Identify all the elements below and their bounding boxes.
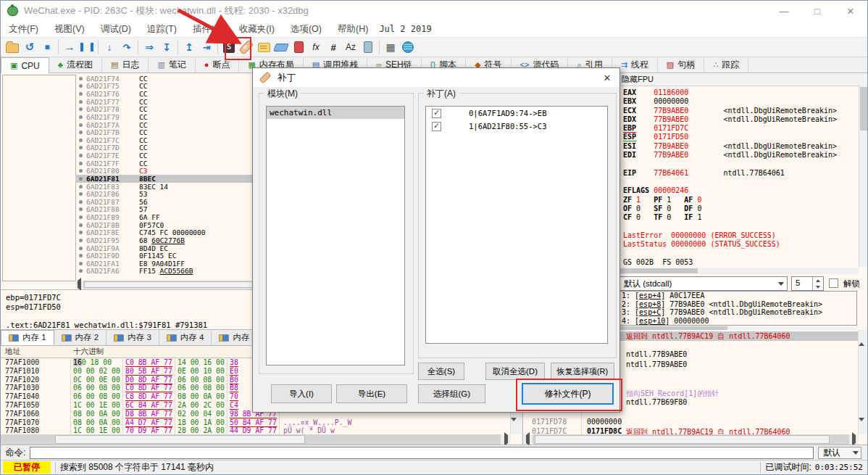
register-row[interactable] [623,249,856,257]
menu-item-0[interactable]: 文件(F) [1,21,46,37]
breakpoint-dot[interactable] [79,115,83,119]
menu-item-7[interactable]: 帮助(H) [330,21,376,37]
menu-item-6[interactable]: 选项(O) [283,21,330,37]
calling-convention-select[interactable]: 默认 (stdcall) [619,276,788,291]
menu-item-1[interactable]: 视图(V) [46,21,93,37]
breakpoint-dot[interactable] [79,77,83,80]
scrollbar-thumb[interactable] [619,326,727,330]
breakpoint-dot[interactable] [79,123,83,127]
patch-icon[interactable] [238,38,255,56]
pause-icon[interactable] [78,38,96,56]
breakpoint-dot[interactable] [79,254,83,257]
register-row[interactable]: ESP 0171FD50 [623,133,856,141]
register-row[interactable] [623,160,856,168]
stack-row[interactable]: 0171FD7800000000 [523,418,858,427]
stack-row[interactable]: 0171FD7C0171FD8C返回到 ntdll.77B9AC19 自 ntd… [523,427,858,434]
execute-till-return-icon[interactable]: ↥ [180,38,198,56]
step-into-source-icon[interactable]: ↧ [158,38,175,56]
breakpoint-dot[interactable] [79,92,83,96]
breakpoint-dot[interactable] [79,262,83,265]
stack-vscrollbar[interactable] [858,330,868,434]
register-row[interactable]: EBP 0171FD7C [623,124,856,133]
breakpoint-dot[interactable] [79,223,83,227]
patch-list[interactable]: 0|6A7F1AD9:74->EB1|6AD21F80:55->C3 [425,106,608,344]
register-row[interactable]: CF 0 TF 0 IF 1 [623,213,856,222]
menu-item-4[interactable]: 插件(P) [185,21,231,37]
function-icon[interactable]: fx [307,38,325,56]
scrollbar-thumb[interactable] [55,435,305,444]
scrollbar-thumb[interactable] [618,268,698,273]
scroll-left-icon[interactable] [75,281,83,289]
breakpoint-dot[interactable] [79,139,83,142]
argument-row[interactable]: 4: [esp+10] 00000000 [619,317,856,326]
comment-icon[interactable] [255,38,272,56]
restore-selection-button[interactable]: 恢复选择项(R) [551,363,614,380]
stack-hscrollbar[interactable] [523,434,859,445]
dump-tab-内存 1[interactable]: 内存 1 [1,330,54,345]
module-list[interactable]: wechatwin.dll [266,106,405,365]
breakpoint-dot[interactable] [79,107,83,111]
menu-item-3[interactable]: 追踪(T) [139,21,185,37]
patch-checkbox[interactable] [432,109,441,118]
scroll-right-icon[interactable] [501,434,511,445]
unlock-checkbox[interactable] [829,278,838,288]
register-row[interactable]: EDI 77B9ABE0 <ntdll.DbgUiRemoteBreakin> [623,151,856,160]
close-button[interactable]: ✕ [834,1,867,21]
maximize-button[interactable]: □ [801,1,834,21]
hash-icon[interactable]: # [325,38,342,56]
breakpoint-dot[interactable] [79,185,83,189]
patch-list-item[interactable]: 1|6AD21F80:55->C3 [426,120,607,133]
step-over-icon[interactable]: ↷ [118,38,135,56]
step-into-icon[interactable]: ↓ [101,38,118,56]
breakpoint-dot[interactable] [79,177,83,181]
register-row[interactable]: ZF 1 PF 1 AF 0 [623,196,856,205]
breakpoint-dot[interactable] [79,231,83,234]
attach-icon[interactable]: ⇥ [198,38,215,56]
tab-日志[interactable]: ▤日志 [102,57,149,73]
register-row[interactable] [623,178,856,186]
argument-row[interactable]: 2: [esp+8] 77B9ABE0 <ntdll.DbgUiRemoteBr… [619,300,856,309]
breakpoint-dot[interactable] [79,239,83,242]
tab-流程图[interactable]: ♣流程图 [49,57,102,73]
patch-dialog-titlebar[interactable]: 补丁 ✕ [253,68,619,87]
scroll-down-icon[interactable] [511,421,521,434]
breakpoint-dot[interactable] [79,169,83,173]
breakpoint-dot[interactable] [79,100,83,104]
export-button[interactable]: 导出(E) [336,384,407,403]
module-list-item[interactable]: wechatwin.dll [267,107,404,119]
register-row[interactable]: GS 002B FS 0053 [623,258,856,267]
registers-hscrollbar[interactable] [617,268,859,274]
register-row[interactable] [623,222,856,231]
register-row[interactable]: OF 0 SF 0 DF 0 [623,205,856,213]
register-row[interactable]: EIP 77B64061 ntdll.77B64061 [623,169,856,178]
dump-row[interactable]: 77AF107008 00 0A 00A4 D7 AF 7718 00 1A 0… [1,418,510,427]
registers-pane[interactable]: 隐藏FPU EAX 01186000EBX 00000000ECX 77B9AB… [615,73,868,330]
label-icon[interactable] [272,38,290,56]
breakpoint-dot[interactable] [79,207,83,211]
restart-icon[interactable]: ↺ [21,38,38,56]
select-group-button[interactable]: 选择组(G) [418,384,485,403]
stop-icon[interactable]: ■ [38,38,56,56]
patch-file-button[interactable]: 修补文件(P) [522,383,614,405]
text-icon[interactable]: Az [342,38,359,56]
tab-笔记[interactable]: ▥笔记 [149,57,195,73]
select-all-button[interactable]: 全选(S) [418,363,464,380]
scroll-right-icon[interactable] [849,434,859,445]
dump-tab-内存 2[interactable]: 内存 2 [54,330,107,345]
scroll-down-icon[interactable] [859,421,868,434]
hide-fpu-button[interactable]: 隐藏FPU [616,73,868,86]
dialog-close-icon[interactable]: ✕ [595,68,619,87]
dump-row[interactable]: 77AF10801C 00 1E 0070 D9 AF 7728 00 2A 0… [1,426,510,434]
tab-句柄[interactable]: ▨句柄 [658,57,704,73]
globe-icon[interactable] [399,38,417,56]
spinner-arrows[interactable] [812,277,823,290]
scrollbar-thumb[interactable] [860,87,868,131]
import-button[interactable]: 导入(I) [271,384,332,403]
registers-vscrollbar[interactable] [859,86,868,267]
patch-list-item[interactable]: 0|6A7F1AD9:74->EB [426,107,607,120]
scroll-up-icon[interactable] [859,330,868,343]
modules-icon[interactable] [359,38,377,56]
breakpoint-dot[interactable] [79,247,83,250]
minimize-button[interactable]: — [767,1,801,21]
scrollbar-thumb[interactable] [535,435,830,444]
